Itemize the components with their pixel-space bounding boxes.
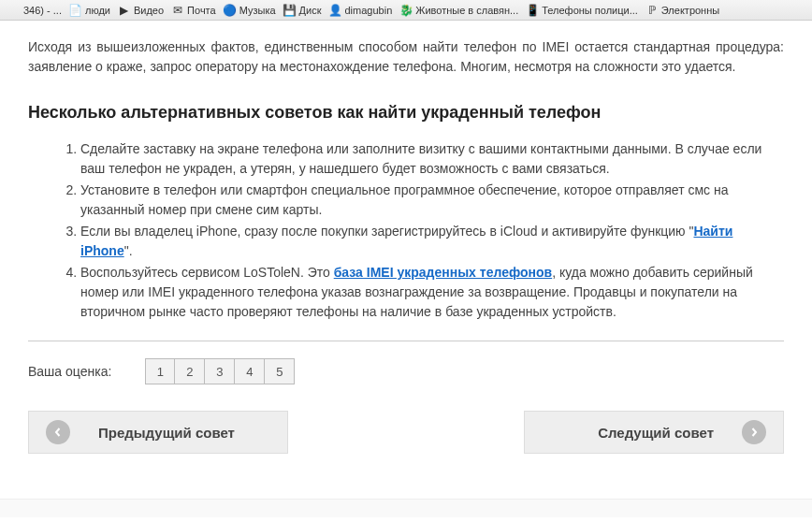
bookmark-icon: ▶ [118, 4, 131, 17]
navigation-row: Предыдущий совет Следущий совет [28, 411, 784, 454]
tip4-text-a: Воспользуйтесь сервисом LoSToleN. Это [80, 265, 334, 280]
bookmark-item[interactable]: ℙЭлектронны [642, 4, 723, 17]
rating-buttons: 12345 [145, 358, 295, 384]
bookmark-item[interactable]: 📱Телефоны полици... [522, 4, 642, 17]
bookmark-item[interactable]: 🔵Музыка [220, 4, 280, 17]
bookmark-item[interactable]: 346) - ... [4, 4, 65, 17]
rating-option-5[interactable]: 5 [265, 358, 295, 384]
bookmark-item[interactable]: 👤dimagubin [326, 4, 397, 17]
bookmark-label: люди [85, 5, 110, 16]
divider [28, 341, 784, 341]
bookmark-label: Видео [134, 5, 164, 16]
bookmark-icon: 💾 [283, 4, 297, 17]
rating-option-3[interactable]: 3 [205, 358, 235, 384]
bookmark-label: Электронны [661, 5, 719, 16]
rating-option-4[interactable]: 4 [235, 358, 265, 384]
bookmark-label: Телефоны полици... [542, 5, 638, 16]
next-button[interactable]: Следущий совет [524, 411, 784, 454]
bookmark-label: Музыка [239, 5, 276, 16]
section-heading: Несколько альтернативных советов как най… [28, 103, 784, 123]
bookmark-icon: 📱 [526, 4, 539, 17]
tip-item-2: Установите в телефон или смартфон специа… [80, 181, 784, 220]
bookmark-item[interactable]: ✉Почта [167, 4, 220, 17]
next-label: Следущий совет [598, 425, 714, 441]
bookmark-icon: 🐉 [399, 4, 413, 17]
bookmark-icon: 📄 [69, 4, 82, 17]
bookmark-icon [7, 4, 21, 17]
rating-label: Ваша оценка: [28, 364, 111, 379]
article-content: Исходя из вышеизложенных фактов, единств… [0, 21, 812, 472]
bookmark-icon: 👤 [329, 4, 342, 17]
intro-paragraph: Исходя из вышеизложенных фактов, единств… [28, 37, 784, 77]
imei-database-link[interactable]: база IMEI украденных телефонов [334, 265, 552, 280]
rating-option-2[interactable]: 2 [175, 358, 205, 384]
rating-section: Ваша оценка: 12345 [28, 358, 784, 384]
bookmark-icon: ✉ [171, 4, 184, 17]
bookmark-label: dimagubin [345, 5, 393, 16]
bookmark-item[interactable]: 🐉Животные в славян... [396, 4, 522, 17]
tip3-text-b: ". [124, 243, 133, 258]
bookmark-item[interactable]: 💾Диск [280, 4, 326, 17]
arrow-right-icon [742, 420, 766, 444]
rating-option-1[interactable]: 1 [145, 358, 175, 384]
bookmark-icon: ℙ [645, 4, 659, 17]
bookmark-item[interactable]: 📄люди [65, 4, 114, 17]
tip-item-1: Сделайте заставку на экране телефона или… [80, 139, 784, 179]
bookmark-label: Почта [187, 5, 216, 16]
bottom-spacer [0, 499, 812, 517]
bookmark-item[interactable]: ▶Видео [114, 4, 167, 17]
bookmarks-bar: 346) - ...📄люди▶Видео✉Почта🔵Музыка💾Диск👤… [0, 0, 812, 21]
tip-item-4: Воспользуйтесь сервисом LoSToleN. Это ба… [80, 263, 784, 322]
prev-label: Предыдущий совет [98, 425, 235, 441]
arrow-left-icon [46, 420, 70, 444]
bookmark-label: Животные в славян... [415, 5, 518, 16]
tip-item-3: Если вы владелец iPhone, сразу после пок… [80, 222, 784, 261]
tip3-text-a: Если вы владелец iPhone, сразу после пок… [80, 224, 693, 239]
prev-button[interactable]: Предыдущий совет [28, 411, 288, 454]
bookmark-label: Диск [299, 5, 322, 16]
bookmark-icon: 🔵 [224, 4, 237, 17]
tips-list: Сделайте заставку на экране телефона или… [28, 139, 784, 322]
bookmark-label: 346) - ... [23, 5, 62, 16]
